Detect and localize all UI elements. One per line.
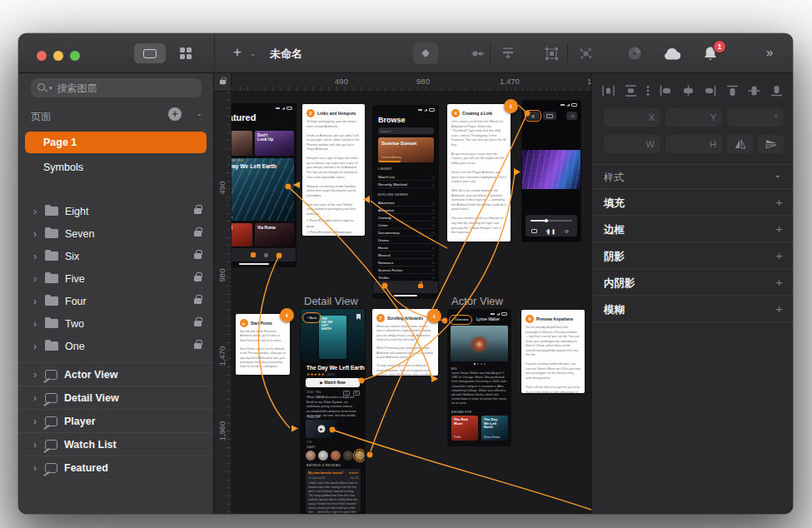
canvas[interactable]: 490 980 1,470 1,960 490 980 1,470 1,960 … bbox=[214, 73, 591, 514]
cast-avatar[interactable] bbox=[318, 451, 328, 461]
subtitles-icon[interactable] bbox=[531, 229, 537, 233]
insert-plus-button[interactable]: + bbox=[233, 44, 242, 61]
browse-search-field[interactable]: Search bbox=[378, 127, 434, 134]
picture-in-picture-button[interactable] bbox=[543, 112, 556, 120]
layer-row[interactable]: › Seven bbox=[18, 222, 213, 245]
chevron-right-icon[interactable]: › bbox=[33, 251, 45, 262]
add-shadow-button[interactable]: + bbox=[775, 248, 783, 262]
x-position-field[interactable]: X bbox=[604, 108, 660, 127]
featured-tab-bar[interactable] bbox=[232, 248, 296, 262]
align-center-horizontal-icon[interactable] bbox=[682, 85, 695, 97]
flip-vertical-button[interactable] bbox=[758, 135, 784, 153]
add-border-button[interactable]: + bbox=[775, 222, 783, 236]
back-link-button[interactable]: ‹ bbox=[504, 99, 518, 113]
cast-avatar[interactable] bbox=[306, 451, 316, 461]
artboard-row-actor-view[interactable]: › Actor View bbox=[18, 362, 213, 386]
distribute-tool-button[interactable] bbox=[499, 45, 517, 62]
lock-icon[interactable] bbox=[194, 208, 202, 214]
chevron-right-icon[interactable]: › bbox=[33, 392, 45, 404]
style-collapse-chevron-icon[interactable]: ⌄ bbox=[775, 170, 781, 179]
insert-chevron-icon[interactable]: ⌄ bbox=[250, 49, 257, 57]
list-item[interactable]: Watch List› bbox=[378, 173, 434, 181]
movie-tile-the-day-we-left-earth[interactable]: THE EMERGENT FILM The Day We Left Earth … bbox=[232, 158, 294, 221]
layer-row[interactable]: › Four bbox=[18, 290, 213, 312]
y-position-field[interactable]: Y bbox=[665, 108, 722, 127]
layer-row[interactable]: › Eight bbox=[18, 200, 213, 222]
list-item[interactable]: Comedy› bbox=[378, 214, 434, 222]
page-item-page1[interactable]: Page 1 bbox=[25, 132, 207, 153]
distribute-horizontally-icon[interactable] bbox=[602, 85, 615, 97]
tutorial-card-links-hotspots[interactable]: 2 Links and Hotspots To begin prototypin… bbox=[302, 104, 365, 236]
continue-watching-card[interactable]: Sunrise Sunset Continue Watching bbox=[378, 137, 434, 162]
chevron-right-icon[interactable]: › bbox=[33, 273, 45, 285]
artboard-actor-view[interactable]: ‹ Overview Lynne Walter BIO Lynne Gaiser… bbox=[448, 310, 511, 446]
watch-now-button[interactable]: ▶ Watch Now bbox=[306, 378, 360, 387]
artboard-player[interactable]: ✕ ◁) ⟲ ❚❚ ⟳ bbox=[522, 101, 580, 242]
height-field[interactable]: H bbox=[665, 135, 722, 153]
browse-tab-bar[interactable] bbox=[373, 281, 438, 293]
list-item[interactable]: Recently Watched› bbox=[378, 181, 434, 188]
align-left-icon[interactable] bbox=[660, 85, 672, 97]
back-link-button[interactable]: ‹ bbox=[427, 309, 441, 323]
list-item[interactable]: Adventure› bbox=[378, 199, 434, 207]
color-wheel-button[interactable] bbox=[625, 45, 644, 62]
cast-avatar[interactable] bbox=[331, 451, 341, 461]
movie-tile-molly[interactable]: Molly bbox=[232, 131, 252, 156]
known-for-tile-day-we-left-earth[interactable]: The Day We Left Earth Science Fiction bbox=[481, 416, 508, 441]
artboard-row-detail-view[interactable]: › Detail View bbox=[18, 386, 213, 409]
movie-tile-via-roma[interactable]: Via Roma bbox=[255, 223, 294, 247]
tutorial-card-creating-a-link[interactable]: 4 Creating a Link Let's create a Link fr… bbox=[447, 104, 511, 242]
overview-back-button[interactable]: ‹ Overview bbox=[451, 316, 471, 323]
player-controls[interactable]: ⟲ ❚❚ ⟳ bbox=[526, 215, 577, 237]
player-close-button[interactable]: ✕ bbox=[526, 112, 540, 120]
list-item[interactable]: Thriller› bbox=[378, 274, 434, 281]
blur-section[interactable]: 模糊 + bbox=[592, 296, 793, 322]
chevron-right-icon[interactable]: › bbox=[33, 462, 45, 474]
search-filter-chevron-icon[interactable]: ▾ bbox=[49, 85, 52, 92]
cloud-button[interactable] bbox=[663, 45, 681, 62]
chevron-right-icon[interactable]: › bbox=[33, 416, 45, 427]
zoom-window-button[interactable] bbox=[70, 51, 80, 61]
add-blur-button[interactable]: + bbox=[775, 301, 783, 316]
align-top-icon[interactable] bbox=[726, 85, 739, 97]
flow-source-dot[interactable] bbox=[367, 452, 373, 458]
add-page-button[interactable]: + bbox=[168, 107, 182, 121]
rotation-field[interactable]: ° bbox=[727, 108, 784, 127]
fill-section[interactable]: 填充 + bbox=[592, 189, 793, 216]
list-item[interactable]: Romance› bbox=[378, 259, 434, 266]
border-section[interactable]: 边框 + bbox=[592, 216, 793, 242]
horizontal-ruler[interactable]: 490 980 1,470 1,960 bbox=[232, 73, 591, 92]
volume-button[interactable]: ◁) bbox=[566, 112, 577, 120]
artboard-row-watch-list[interactable]: › Watch List bbox=[18, 432, 213, 456]
artboard-detail-view[interactable]: THE DAY WE LEFT EARTH ‹ Back The Day We … bbox=[301, 309, 365, 514]
seek-handle[interactable] bbox=[545, 219, 548, 222]
tutorial-card-start-points[interactable]: ▶ Start Points See the title of the Feat… bbox=[236, 314, 290, 375]
trailer-thumbnail[interactable]: ▶ bbox=[306, 420, 337, 438]
artboard-row-player[interactable]: › Player bbox=[18, 409, 213, 432]
width-field[interactable]: W bbox=[604, 135, 660, 153]
list-item[interactable]: Documentary› bbox=[378, 229, 434, 237]
artboard-row-featured[interactable]: › Featured bbox=[18, 456, 213, 479]
flow-source-dot[interactable] bbox=[442, 318, 448, 324]
lock-icon[interactable] bbox=[194, 343, 202, 349]
movie-tile-dont-look-up[interactable]: Don't Look Up bbox=[255, 131, 294, 156]
tidy-tool-button[interactable] bbox=[468, 45, 486, 62]
canvas-content[interactable]: Featured Molly Don't Look Up THE EMERGEN… bbox=[232, 92, 591, 514]
chevron-right-icon[interactable]: › bbox=[33, 206, 45, 217]
close-window-button[interactable] bbox=[37, 51, 47, 61]
forward-icon[interactable]: ⟳ bbox=[565, 228, 569, 234]
artboard-watch-list[interactable]: Browse Search Sunrise Sunset Continue Wa… bbox=[373, 106, 438, 298]
search-input[interactable] bbox=[56, 82, 172, 95]
list-item[interactable]: Drama› bbox=[378, 237, 434, 244]
chevron-right-icon[interactable]: › bbox=[33, 296, 45, 307]
chevron-right-icon[interactable]: › bbox=[33, 369, 45, 381]
lock-icon[interactable] bbox=[194, 298, 202, 304]
canvas-view-toggle[interactable] bbox=[134, 43, 166, 63]
align-middle-vertical-icon[interactable] bbox=[748, 85, 760, 97]
toolbar-overflow-button[interactable]: » bbox=[766, 45, 771, 59]
layer-row[interactable]: › Two bbox=[18, 312, 213, 335]
lock-icon[interactable] bbox=[194, 276, 202, 281]
chevron-right-icon[interactable]: › bbox=[33, 228, 45, 240]
artboard-label-detail-view[interactable]: Detail View bbox=[304, 295, 358, 307]
lock-icon[interactable] bbox=[194, 321, 202, 326]
